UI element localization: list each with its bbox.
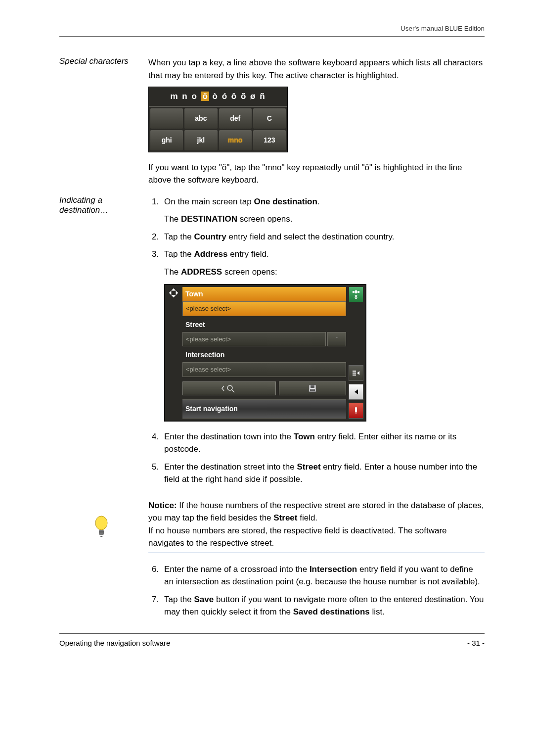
plug-icon: [352, 407, 360, 415]
list-back-icon: [352, 370, 360, 377]
kb-key-space[interactable]: [150, 108, 183, 129]
town-label: Town: [182, 287, 346, 301]
start-navigation-button[interactable]: Start navigation: [182, 399, 346, 419]
step-7: Tap the Save button if you want to navig…: [161, 593, 485, 618]
street-field[interactable]: <please select>: [182, 332, 326, 347]
footer-left: Operating the navigation software: [59, 639, 170, 647]
keyboard-grid: abc def C ghi jkl mno 123: [149, 107, 287, 152]
keyboard-figure: m n o ö ò ó ô õ ø ñ abc def C ghi jkl mn…: [148, 87, 288, 152]
satellite-indicator[interactable]: 8: [349, 287, 363, 302]
page-header: User's manual BLUE Edition: [59, 25, 485, 37]
disk-icon: [309, 384, 316, 392]
kb-key-mno[interactable]: mno: [219, 130, 252, 150]
street-label: Street: [182, 318, 346, 332]
town-field[interactable]: <please select>: [182, 301, 346, 316]
svg-rect-3: [310, 389, 315, 391]
intersection-field[interactable]: <please select>: [182, 362, 346, 377]
list-back-button[interactable]: [349, 365, 363, 381]
search-icon: [221, 384, 238, 393]
house-number-field[interactable]: -: [327, 332, 346, 347]
step-3: Tap the Address entry field.: [161, 248, 485, 261]
save-button[interactable]: [279, 381, 346, 395]
kb-key-def[interactable]: def: [219, 108, 252, 129]
side-label-destination: Indicating a destination…: [59, 195, 148, 491]
sc-destination: DDestinationESTINATION: [181, 214, 237, 224]
kb-key-jkl[interactable]: jkl: [184, 130, 217, 150]
back-button[interactable]: [349, 384, 363, 400]
step-6: Enter the name of a crossroad into the I…: [161, 563, 485, 588]
step-1-sub: The DDestinationESTINATION screen opens.: [164, 213, 485, 226]
svg-line-1: [232, 390, 234, 392]
svg-rect-6: [357, 291, 359, 293]
svg-rect-16: [99, 530, 104, 535]
notice-box: Notice: If the house numbers of the resp…: [148, 496, 485, 553]
power-button[interactable]: [349, 403, 363, 419]
kb-key-c[interactable]: C: [253, 108, 286, 129]
step-4: Enter the destination town into the Town…: [161, 430, 485, 456]
bulb-icon: [92, 515, 110, 539]
step-1: On the main screen tap One destination.: [161, 195, 485, 208]
svg-rect-7: [355, 290, 357, 293]
search-button[interactable]: [182, 381, 276, 395]
sc-address: AAddressDDRESS: [181, 267, 222, 277]
step-5: Enter the destination street into the St…: [161, 461, 485, 486]
kb-key-123[interactable]: 123: [253, 130, 286, 150]
kb-key-abc[interactable]: abc: [184, 108, 217, 129]
resize-icon[interactable]: [168, 287, 179, 299]
kb-key-ghi[interactable]: ghi: [150, 130, 183, 150]
footer-page: - 31 -: [467, 639, 485, 647]
svg-point-15: [95, 516, 107, 530]
address-screen-figure: Town <please select> Street <please sele…: [164, 284, 366, 422]
step-2: Tap the Country entry field and select t…: [161, 231, 485, 243]
step-3-sub: The AAddressDDRESS screen opens:: [164, 266, 485, 279]
para-special-2: If you want to type "ö", tap the "mno" k…: [148, 161, 485, 187]
svg-rect-11: [355, 408, 357, 412]
svg-rect-4: [311, 385, 314, 388]
para-special-1: When you tap a key, a line above the sof…: [148, 56, 485, 82]
back-icon: [353, 388, 359, 395]
intersection-label: Intersection: [182, 348, 346, 362]
svg-rect-5: [353, 291, 355, 293]
keyboard-char-bar: m n o ö ò ó ô õ ø ñ: [149, 87, 287, 107]
side-label-special: Special characters: [59, 56, 148, 187]
svg-point-0: [227, 385, 232, 390]
